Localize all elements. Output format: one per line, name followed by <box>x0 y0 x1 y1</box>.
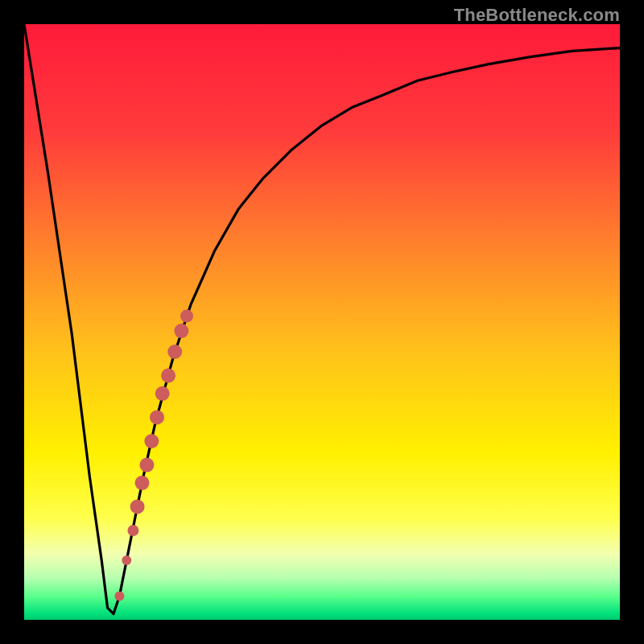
gradient-background <box>24 24 620 620</box>
highlight-dot <box>150 410 164 424</box>
highlight-dot <box>130 499 145 514</box>
highlight-dot <box>167 345 182 359</box>
highlight-dot <box>180 310 193 323</box>
highlight-dot <box>114 591 124 601</box>
chart-svg <box>24 24 620 620</box>
chart-frame: TheBottleneck.com <box>0 0 644 644</box>
watermark-text: TheBottleneck.com <box>454 5 620 26</box>
highlight-dot <box>127 525 138 536</box>
highlight-dot <box>122 555 131 565</box>
highlight-dot <box>161 369 175 383</box>
highlight-dot <box>139 458 154 473</box>
plot-area <box>24 24 620 620</box>
highlight-dot <box>155 386 170 401</box>
highlight-dot <box>144 434 159 448</box>
highlight-dot <box>135 476 150 490</box>
highlight-dot <box>174 324 188 338</box>
